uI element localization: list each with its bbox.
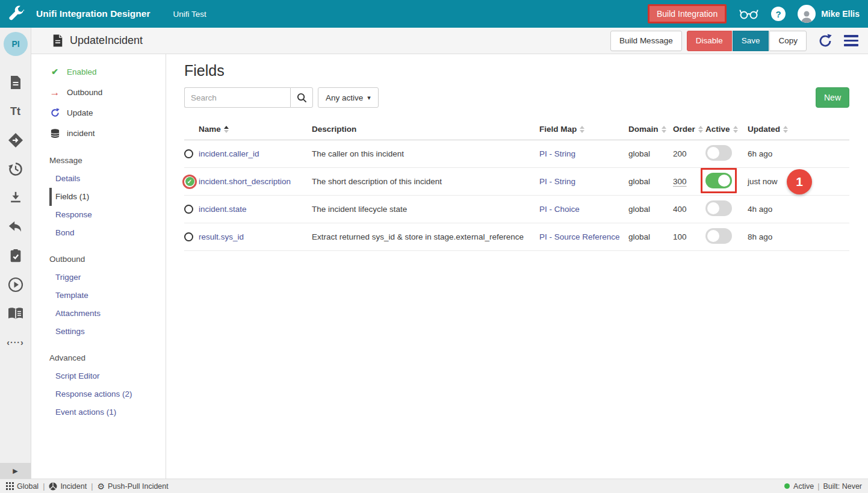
nav-item-template[interactable]: Template bbox=[49, 287, 166, 305]
table-row: ✓ incident.short_description The short d… bbox=[184, 168, 849, 196]
record-modified-icon: ✓ bbox=[182, 175, 197, 189]
refresh-button[interactable] bbox=[817, 33, 833, 49]
chevron-down-icon: ▾ bbox=[367, 94, 371, 102]
reply-icon[interactable] bbox=[8, 219, 23, 235]
column-header-name[interactable]: Name bbox=[199, 125, 312, 134]
diamond-arrow-icon[interactable] bbox=[8, 132, 23, 148]
active-toggle[interactable] bbox=[705, 145, 732, 161]
field-name-link[interactable]: incident.state bbox=[199, 205, 312, 214]
field-map-link[interactable]: PI - String bbox=[539, 177, 628, 186]
field-updated: 4h ago bbox=[748, 205, 849, 214]
book-icon[interactable] bbox=[8, 306, 23, 321]
search-input[interactable] bbox=[184, 87, 290, 108]
top-app-bar: Unifi Integration Designer Unifi Test Bu… bbox=[0, 0, 868, 28]
record-state-icon bbox=[184, 205, 193, 214]
nav-item-trigger[interactable]: Trigger bbox=[49, 268, 166, 287]
field-updated: 8h ago bbox=[748, 232, 849, 241]
text-icon[interactable]: Tt bbox=[8, 104, 23, 119]
column-header-field-map[interactable]: Field Map bbox=[539, 125, 628, 134]
sort-icon bbox=[733, 126, 738, 133]
nav-item-response[interactable]: Response bbox=[49, 206, 166, 224]
field-name-link[interactable]: incident.caller_id bbox=[199, 149, 312, 158]
active-toggle[interactable] bbox=[705, 228, 732, 244]
sort-icon bbox=[662, 126, 666, 133]
column-header-description[interactable]: Description bbox=[312, 125, 539, 134]
nav-item-event-actions[interactable]: Event actions (1) bbox=[49, 403, 166, 421]
active-toggle[interactable] bbox=[705, 173, 732, 188]
user-menu[interactable]: Mike Ellis bbox=[798, 5, 860, 23]
process-picker[interactable]: ⚙ Push-Pull Incident bbox=[97, 482, 168, 491]
build-message-button[interactable]: Build Message bbox=[610, 31, 682, 51]
glasses-icon[interactable] bbox=[739, 7, 759, 20]
field-description: The caller on this incident bbox=[312, 149, 539, 158]
active-toggle[interactable] bbox=[705, 200, 732, 216]
field-description: The incident lifecycle state bbox=[312, 205, 539, 214]
menu-icon[interactable] bbox=[844, 35, 858, 46]
built-status-label: Built: Never bbox=[823, 482, 862, 491]
field-order: 200 bbox=[673, 149, 705, 158]
nav-item-settings[interactable]: Settings bbox=[49, 323, 166, 341]
play-circle-icon[interactable] bbox=[8, 277, 23, 293]
nav-item-fields[interactable]: Fields (1) bbox=[49, 188, 166, 206]
record-title: UpdateIncident bbox=[70, 34, 143, 47]
code-icon[interactable]: ‹···› bbox=[8, 335, 23, 350]
application-icon bbox=[49, 482, 57, 491]
nav-item-attachments[interactable]: Attachments bbox=[49, 305, 166, 323]
nav-item-details[interactable]: Details bbox=[49, 170, 166, 188]
separator: | bbox=[43, 482, 45, 491]
column-header-order[interactable]: Order bbox=[673, 125, 705, 134]
field-map-link[interactable]: PI - Choice bbox=[539, 205, 628, 214]
help-icon[interactable]: ? bbox=[771, 7, 786, 21]
document-icon[interactable] bbox=[8, 75, 23, 90]
status-enabled: ✔ Enabled bbox=[31, 61, 166, 82]
icon-rail: PI Tt ‹···› ▶ bbox=[0, 28, 31, 479]
field-map-link[interactable]: PI - String bbox=[539, 149, 628, 158]
nav-item-script-editor[interactable]: Script Editor bbox=[49, 367, 166, 385]
nav-item-response-actions[interactable]: Response actions (2) bbox=[49, 385, 166, 403]
check-icon: ✔ bbox=[49, 67, 60, 76]
field-name-link[interactable]: incident.short_description bbox=[199, 177, 312, 186]
new-button[interactable]: New bbox=[816, 87, 849, 108]
user-avatar-icon bbox=[798, 5, 816, 23]
active-filter-dropdown[interactable]: Any active ▾ bbox=[318, 87, 379, 108]
domain-picker[interactable]: Global bbox=[6, 482, 39, 491]
annotation-highlight-box bbox=[701, 168, 737, 193]
nav-section-message: Message bbox=[31, 152, 166, 170]
nav-item-bond[interactable]: Bond bbox=[49, 224, 166, 242]
application-picker[interactable]: Incident bbox=[49, 482, 87, 491]
status-direction: → Outbound bbox=[31, 82, 166, 102]
sort-icon bbox=[783, 126, 788, 133]
process-avatar[interactable]: PI bbox=[4, 32, 28, 56]
fields-table: Name Description Field Map Domain Order … bbox=[184, 119, 849, 251]
copy-button[interactable]: Copy bbox=[769, 31, 807, 51]
field-map-link[interactable]: PI - Source Reference bbox=[539, 232, 628, 241]
save-button[interactable]: Save bbox=[733, 31, 769, 51]
table-row: incident.state The incident lifecycle st… bbox=[184, 196, 849, 223]
disable-button[interactable]: Disable bbox=[687, 31, 732, 51]
table-row: result.sys_id Extract returned sys_id & … bbox=[184, 223, 849, 251]
sort-icon bbox=[224, 126, 229, 133]
field-domain: global bbox=[628, 177, 673, 186]
record-nav: ✔ Enabled → Outbound Update incident Mes… bbox=[31, 54, 166, 479]
panel-title: Fields bbox=[184, 62, 225, 79]
search-button[interactable] bbox=[290, 87, 313, 108]
column-header-active[interactable]: Active bbox=[705, 125, 748, 134]
app-title: Unifi Integration Designer bbox=[36, 8, 150, 19]
column-header-updated[interactable]: Updated bbox=[748, 125, 849, 134]
field-name-link[interactable]: result.sys_id bbox=[199, 232, 312, 241]
build-integration-button[interactable]: Build Integration bbox=[648, 4, 727, 23]
download-icon[interactable] bbox=[8, 190, 23, 206]
table-header-row: Name Description Field Map Domain Order … bbox=[184, 119, 849, 140]
field-description: The short description of this incident bbox=[312, 177, 539, 186]
history-icon[interactable] bbox=[8, 161, 23, 177]
column-header-domain[interactable]: Domain bbox=[628, 125, 673, 134]
field-description: Extract returned sys_id & store in stage… bbox=[312, 232, 539, 241]
status-bar: Global | Incident | ⚙ Push-Pull Incident… bbox=[0, 479, 868, 493]
app-subtitle: Unifi Test bbox=[173, 10, 206, 19]
field-order: 100 bbox=[673, 232, 705, 241]
clipboard-check-icon[interactable] bbox=[8, 248, 23, 264]
user-name: Mike Ellis bbox=[821, 9, 860, 19]
record-state-icon bbox=[184, 149, 193, 158]
expand-sidebar-button[interactable]: ▶ bbox=[0, 463, 31, 479]
nav-section-advanced: Advanced bbox=[31, 349, 166, 367]
